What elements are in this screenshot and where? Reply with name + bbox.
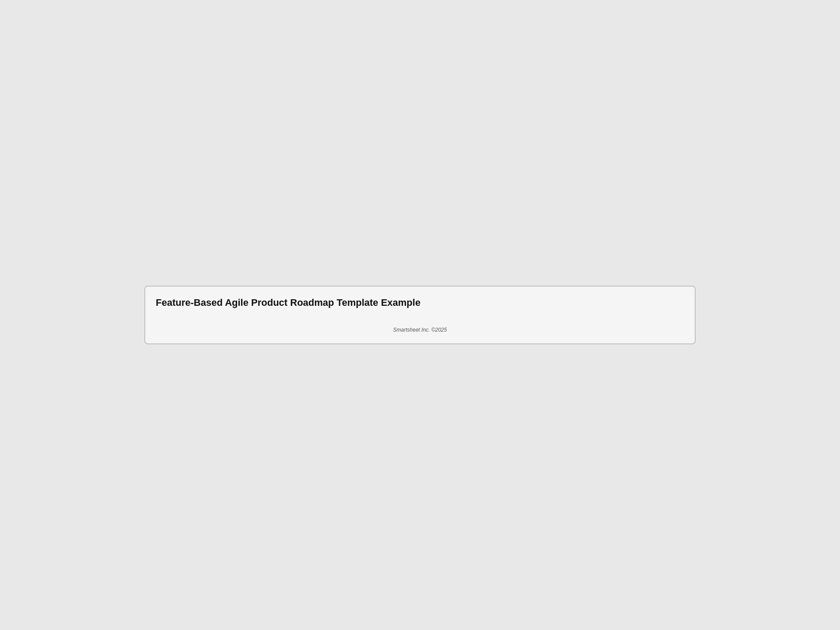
page-title: Feature-Based Agile Product Roadmap Temp… [156, 297, 684, 308]
footer: Smartsheet Inc. ©2025 [156, 327, 684, 333]
roadmap-card: Feature-Based Agile Product Roadmap Temp… [144, 286, 696, 344]
